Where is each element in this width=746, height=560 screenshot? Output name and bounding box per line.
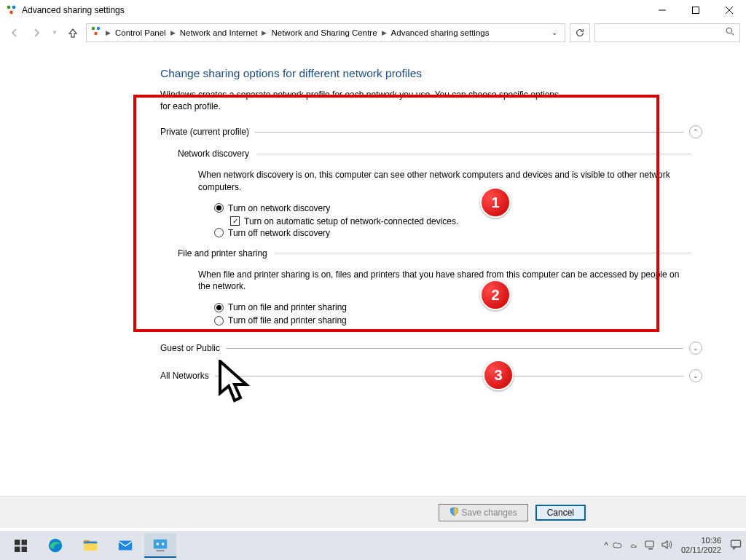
cursor-icon	[217, 360, 252, 407]
button-label: Save changes	[462, 508, 517, 518]
chevron-right-icon[interactable]: ▶	[380, 29, 388, 36]
svg-rect-22	[157, 550, 165, 551]
sharing-settings-icon	[6, 4, 17, 16]
shield-icon	[449, 507, 459, 518]
start-button[interactable]	[4, 533, 36, 558]
address-bar[interactable]: ▶ Control Panel ▶ Network and Internet ▶…	[86, 23, 565, 42]
clock-date: 02/11/2022	[681, 545, 721, 555]
button-label: Cancel	[547, 508, 574, 518]
crumb-sharing-centre[interactable]: Network and Sharing Centre	[271, 28, 377, 37]
search-input[interactable]	[594, 23, 740, 42]
svg-rect-12	[15, 540, 20, 545]
chevron-up-icon[interactable]: ⌃	[689, 125, 702, 138]
cancel-button[interactable]: Cancel	[535, 505, 586, 521]
forward-button[interactable]	[28, 24, 45, 42]
divider	[215, 376, 683, 376]
tray-weather-icon[interactable]	[629, 539, 640, 553]
address-icon	[91, 26, 101, 39]
crumb-advanced-sharing[interactable]: Advanced sharing settings	[391, 28, 490, 37]
maximize-button[interactable]	[679, 0, 712, 20]
svg-point-1	[12, 6, 16, 9]
annotation-callout-1: 1	[480, 187, 511, 218]
profile-guest-header[interactable]: Guest or Public ⌄	[160, 342, 702, 355]
recent-locations-dropdown[interactable]: ▼	[50, 24, 60, 42]
svg-line-11	[731, 33, 734, 35]
svg-point-10	[726, 28, 731, 33]
crumb-control-panel[interactable]: Control Panel	[115, 28, 166, 37]
system-tray[interactable]: ^ 10:36 02/11/2022	[604, 536, 742, 554]
address-dropdown[interactable]: ⌄	[551, 28, 557, 36]
svg-point-24	[162, 543, 165, 545]
svg-rect-15	[21, 546, 26, 551]
taskbar-clock[interactable]: 10:36 02/11/2022	[681, 536, 721, 554]
taskbar-explorer[interactable]	[74, 533, 106, 558]
svg-rect-4	[693, 7, 699, 14]
back-button[interactable]	[6, 24, 23, 42]
clock-time: 10:36	[681, 536, 721, 545]
taskbar[interactable]: ^ 10:36 02/11/2022	[0, 531, 746, 560]
svg-rect-13	[21, 540, 26, 545]
tray-volume-icon[interactable]	[661, 539, 672, 553]
minimize-button[interactable]	[645, 0, 679, 20]
profile-all-label: All Networks	[160, 371, 209, 381]
svg-rect-20	[119, 541, 132, 551]
page-title: Change sharing options for different net…	[160, 67, 702, 80]
svg-rect-21	[154, 540, 167, 549]
refresh-button[interactable]	[570, 23, 590, 42]
chevron-right-icon[interactable]: ▶	[169, 29, 177, 36]
close-button[interactable]	[712, 0, 746, 20]
svg-point-9	[94, 32, 97, 35]
navigation-row: ▼ ▶ Control Panel ▶ Network and Internet…	[0, 20, 746, 45]
profile-guest-label: Guest or Public	[160, 343, 220, 353]
svg-rect-26	[648, 548, 653, 550]
svg-point-2	[9, 11, 13, 15]
svg-point-0	[7, 6, 11, 9]
chevron-down-icon[interactable]: ⌄	[689, 369, 702, 382]
crumb-network-internet[interactable]: Network and Internet	[180, 28, 258, 37]
up-button[interactable]	[64, 24, 82, 42]
taskbar-control-panel[interactable]	[144, 533, 176, 558]
annotation-callout-3: 3	[483, 360, 514, 390]
taskbar-edge[interactable]	[39, 533, 71, 558]
chevron-right-icon[interactable]: ▶	[104, 29, 112, 36]
annotation-red-box	[133, 95, 659, 332]
chevron-right-icon[interactable]: ▶	[260, 29, 268, 36]
svg-point-23	[157, 543, 160, 545]
svg-rect-25	[645, 541, 653, 547]
tray-chevron-up-icon[interactable]: ^	[604, 540, 608, 551]
svg-rect-27	[731, 540, 741, 547]
taskbar-mail[interactable]	[109, 533, 141, 558]
svg-point-7	[92, 27, 95, 30]
search-icon	[726, 27, 735, 39]
action-center-icon[interactable]	[730, 539, 742, 553]
svg-point-8	[97, 27, 100, 30]
svg-rect-19	[84, 542, 97, 544]
chevron-down-icon[interactable]: ⌄	[689, 342, 702, 355]
tray-network-icon[interactable]	[645, 539, 656, 553]
svg-rect-14	[15, 546, 20, 551]
window-title: Advanced sharing settings	[22, 5, 645, 15]
save-changes-button[interactable]: Save changes	[439, 504, 528, 521]
tray-onedrive-icon[interactable]	[613, 539, 624, 553]
divider	[226, 348, 683, 349]
annotation-callout-2: 2	[480, 280, 511, 310]
titlebar: Advanced sharing settings	[0, 0, 746, 20]
button-bar: Save changes Cancel	[0, 496, 746, 528]
